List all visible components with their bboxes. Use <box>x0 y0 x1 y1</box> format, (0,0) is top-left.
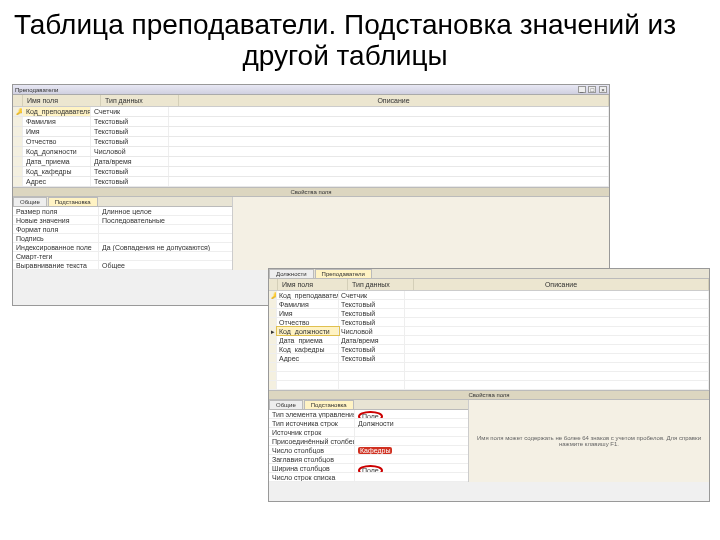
prop-row[interactable]: Смарт-теги <box>13 252 232 261</box>
field-name[interactable]: Код_преподавателя <box>277 291 339 299</box>
doc-tab-1[interactable]: Должности <box>269 269 314 278</box>
field-name[interactable]: Дата_приема <box>23 157 91 166</box>
table-row[interactable] <box>269 363 709 372</box>
field-name[interactable]: Имя <box>277 309 339 317</box>
table-row[interactable]: ФамилияТекстовый <box>13 117 609 127</box>
field-rows-2: 🔑Код_преподавателяСчетчик ФамилияТекстов… <box>269 291 709 390</box>
prop-row[interactable]: Ширина столбцовПоле <box>269 464 468 473</box>
field-type[interactable]: Дата/время <box>91 157 169 166</box>
col-description-2[interactable]: Описание <box>414 279 709 290</box>
red-highlight: Кафедры <box>358 447 392 454</box>
tab-general[interactable]: Общие <box>13 197 47 206</box>
field-type[interactable]: Текстовый <box>339 300 405 308</box>
design-window-2: Должности Преподаватели Имя поля Тип дан… <box>268 268 710 502</box>
field-name[interactable]: Код_кафедры <box>277 345 339 353</box>
field-name[interactable]: Код_должности <box>23 147 91 156</box>
oval-highlight-2: Поле <box>358 465 383 472</box>
prop-row[interactable]: Формат поля <box>13 225 232 234</box>
prop-row[interactable]: Тип элемента управленияПоле <box>269 410 468 419</box>
field-type[interactable]: Дата/время <box>339 336 405 344</box>
table-row[interactable]: 🔑Код_преподавателяСчетчик <box>269 291 709 300</box>
field-type[interactable]: Текстовый <box>339 309 405 317</box>
col-description[interactable]: Описание <box>179 95 609 106</box>
prop-row[interactable]: Заглавия столбцов <box>269 455 468 464</box>
minimize-icon[interactable]: _ <box>578 86 586 93</box>
table-row[interactable]: 🔑 Код_преподавателя Счетчик <box>13 107 609 117</box>
table-row[interactable]: ИмяТекстовый <box>269 309 709 318</box>
field-type[interactable]: Числовой <box>339 327 405 335</box>
prop-row[interactable]: Новые значенияПоследовательные <box>13 216 232 225</box>
prop-row[interactable]: Индексированное полеДа (Совпадения не до… <box>13 243 232 252</box>
prop-row[interactable]: Число столбцовКафедры <box>269 446 468 455</box>
prop-row[interactable]: Источник строк <box>269 428 468 437</box>
tab-lookup-2[interactable]: Подстановка <box>304 400 354 409</box>
table-row[interactable]: ИмяТекстовый <box>13 127 609 137</box>
field-name[interactable]: Адрес <box>23 177 91 186</box>
field-grid-header-1: Имя поля Тип данных Описание <box>13 95 609 107</box>
col-field-name[interactable]: Имя поля <box>23 95 101 106</box>
field-name[interactable]: Код_должности <box>277 327 339 335</box>
window-caption-1: Преподаватели <box>15 87 58 93</box>
table-row[interactable]: Код_кафедрыТекстовый <box>13 167 609 177</box>
field-type[interactable]: Текстовый <box>91 177 169 186</box>
field-type[interactable]: Числовой <box>91 147 169 156</box>
field-name[interactable]: Код_кафедры <box>23 167 91 176</box>
prop-row[interactable]: Выравнивание текстаОбщее <box>13 261 232 270</box>
table-row[interactable] <box>269 372 709 381</box>
help-pane-2: Имя поля может содержать не более 64 зна… <box>469 400 709 482</box>
field-name[interactable]: Отчество <box>277 318 339 326</box>
field-name[interactable]: Дата_приема <box>277 336 339 344</box>
table-row[interactable]: ОтчествоТекстовый <box>269 318 709 327</box>
field-type[interactable]: Текстовый <box>339 318 405 326</box>
slide-title: Таблица преподаватели. Подстановка значе… <box>0 0 720 76</box>
doc-tab-2[interactable]: Преподаватели <box>315 269 372 278</box>
prop-row[interactable]: Тип источника строкДолжности <box>269 419 468 428</box>
close-icon[interactable]: × <box>599 86 607 93</box>
col-field-name-2[interactable]: Имя поля <box>278 279 348 290</box>
col-data-type[interactable]: Тип данных <box>101 95 179 106</box>
primary-key-icon: 🔑 <box>16 109 23 115</box>
prop-row[interactable]: Размер поляДлинное целое <box>13 207 232 216</box>
field-name[interactable]: Код_преподавателя <box>23 107 91 116</box>
field-name[interactable]: Отчество <box>23 137 91 146</box>
table-row[interactable]: ▸Код_должностиЧисловой <box>269 327 709 336</box>
table-row[interactable]: Дата_приемаДата/время <box>269 336 709 345</box>
field-type[interactable]: Текстовый <box>91 127 169 136</box>
table-row[interactable]: Код_должностиЧисловой <box>13 147 609 157</box>
field-type[interactable]: Текстовый <box>91 117 169 126</box>
table-row[interactable]: Дата_приемаДата/время <box>13 157 609 167</box>
table-row[interactable]: ФамилияТекстовый <box>269 300 709 309</box>
maximize-icon[interactable]: □ <box>588 86 596 93</box>
properties-list-2: Тип элемента управленияПоле Тип источник… <box>269 410 468 482</box>
field-type[interactable]: Счетчик <box>339 291 405 299</box>
table-row[interactable]: ОтчествоТекстовый <box>13 137 609 147</box>
tab-lookup[interactable]: Подстановка <box>48 197 98 206</box>
field-name[interactable]: Адрес <box>277 354 339 362</box>
field-type[interactable]: Текстовый <box>339 354 405 362</box>
field-name[interactable]: Фамилия <box>277 300 339 308</box>
field-properties-label: Свойства поля <box>13 187 609 197</box>
table-row[interactable]: Код_кафедрыТекстовый <box>269 345 709 354</box>
table-row[interactable]: АдресТекстовый <box>269 354 709 363</box>
tab-general-2[interactable]: Общие <box>269 400 303 409</box>
field-type[interactable]: Счетчик <box>91 107 169 116</box>
titlebar-1: Преподаватели _ □ × <box>13 85 609 95</box>
field-name[interactable]: Фамилия <box>23 117 91 126</box>
field-grid-header-2: Имя поля Тип данных Описание <box>269 279 709 291</box>
field-type[interactable]: Текстовый <box>91 167 169 176</box>
prop-row[interactable]: Присоединённый столбец <box>269 437 468 446</box>
table-row[interactable]: АдресТекстовый <box>13 177 609 187</box>
field-type[interactable]: Текстовый <box>339 345 405 353</box>
prop-row[interactable]: Подпись <box>13 234 232 243</box>
prop-row[interactable]: Число строк списка <box>269 473 468 482</box>
help-pane-1 <box>233 197 609 270</box>
field-rows-1: 🔑 Код_преподавателя Счетчик ФамилияТекст… <box>13 107 609 187</box>
field-properties-label-2: Свойства поля <box>269 390 709 400</box>
col-data-type-2[interactable]: Тип данных <box>348 279 414 290</box>
field-name[interactable]: Имя <box>23 127 91 136</box>
table-row[interactable] <box>269 381 709 390</box>
properties-list-1: Размер поляДлинное целое Новые значенияП… <box>13 207 232 270</box>
field-type[interactable]: Текстовый <box>91 137 169 146</box>
oval-highlight-1: Поле <box>358 411 383 418</box>
